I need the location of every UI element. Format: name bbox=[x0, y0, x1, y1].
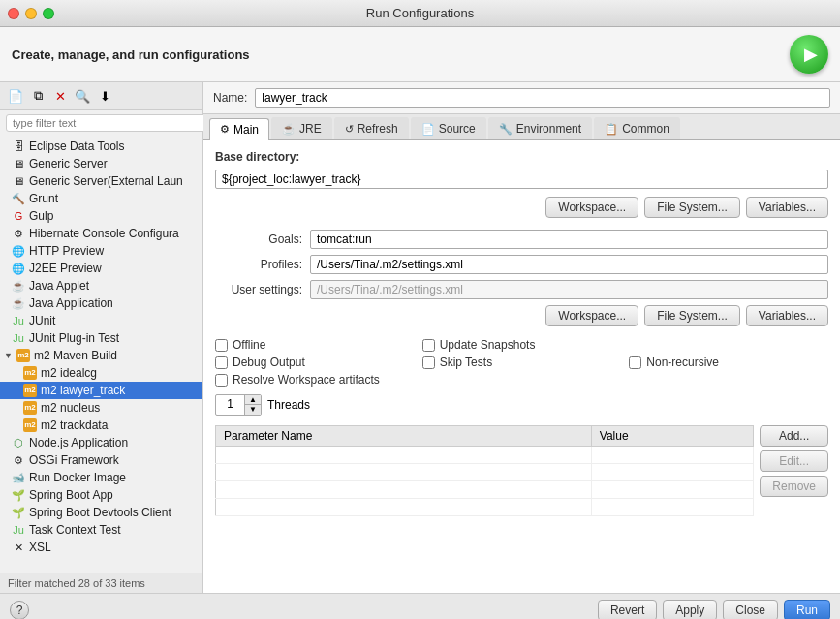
sidebar-item-m2-maven-build[interactable]: ▼ m2 m2 Maven Build bbox=[0, 347, 202, 364]
update-snapshots-checkbox-label[interactable]: Update Snapshots bbox=[422, 338, 622, 352]
sidebar-item-java-application[interactable]: ☕ Java Application bbox=[0, 294, 202, 312]
minimize-window-button[interactable] bbox=[25, 8, 37, 19]
sidebar-item-m2-lawyer-track[interactable]: m2 m2 lawyer_track bbox=[0, 382, 202, 399]
profiles-label: Profiles: bbox=[215, 258, 302, 271]
java-applet-icon: ☕ bbox=[12, 279, 25, 293]
m2-expand-arrow: ▼ bbox=[4, 351, 13, 360]
goals-row: Goals: bbox=[215, 230, 828, 249]
goals-input[interactable] bbox=[310, 230, 828, 249]
sidebar-item-junit[interactable]: Ju JUnit bbox=[0, 312, 202, 329]
sidebar-item-xsl[interactable]: ✕ XSL bbox=[0, 539, 202, 556]
filter-input[interactable] bbox=[6, 114, 208, 132]
debug-output-checkbox-label[interactable]: Debug Output bbox=[215, 356, 415, 369]
run-button[interactable]: Run bbox=[784, 600, 830, 619]
name-input[interactable] bbox=[255, 88, 830, 108]
table-buttons: Add... Edit... Remove bbox=[760, 425, 828, 516]
help-button[interactable]: ? bbox=[10, 601, 29, 619]
variables-button-1[interactable]: Variables... bbox=[746, 197, 828, 218]
task-context-icon: Ju bbox=[12, 523, 25, 537]
sidebar-item-grunt[interactable]: 🔨 Grunt bbox=[0, 190, 202, 207]
resolve-workspace-checkbox[interactable] bbox=[215, 374, 228, 387]
close-button[interactable]: Close bbox=[723, 600, 778, 619]
skip-tests-checkbox-label[interactable]: Skip Tests bbox=[422, 356, 622, 369]
variables-button-2[interactable]: Variables... bbox=[746, 305, 828, 326]
window-controls[interactable] bbox=[8, 8, 54, 19]
panel-content: Base directory: Workspace... File System… bbox=[203, 140, 840, 593]
sidebar-item-spring-boot[interactable]: 🌱 Spring Boot App bbox=[0, 486, 202, 504]
sidebar-item-run-docker[interactable]: 🐋 Run Docker Image bbox=[0, 469, 202, 486]
run-icon[interactable] bbox=[790, 35, 828, 74]
tab-main[interactable]: ⚙ Main bbox=[209, 118, 269, 140]
tab-jre[interactable]: ☕ JRE bbox=[271, 117, 332, 139]
threads-up-button[interactable]: ▲ bbox=[245, 395, 261, 405]
m2-lawyer-track-icon: m2 bbox=[23, 384, 37, 397]
offline-checkbox[interactable] bbox=[215, 339, 228, 352]
profiles-input[interactable] bbox=[310, 255, 828, 274]
base-directory-buttons: Workspace... File System... Variables... bbox=[215, 197, 828, 218]
environment-tab-icon: 🔧 bbox=[499, 123, 513, 136]
user-settings-input[interactable] bbox=[310, 280, 828, 299]
offline-checkbox-label[interactable]: Offline bbox=[215, 338, 415, 352]
close-window-button[interactable] bbox=[8, 8, 19, 19]
sidebar-item-eclipse-data-tools[interactable]: 🗄 Eclipse Data Tools bbox=[0, 138, 202, 155]
jre-tab-icon: ☕ bbox=[282, 123, 296, 136]
user-settings-buttons: Workspace... File System... Variables... bbox=[215, 305, 828, 326]
edit-param-button[interactable]: Edit... bbox=[760, 450, 828, 472]
delete-button[interactable]: ✕ bbox=[50, 86, 70, 106]
filter-button[interactable]: 🔍 bbox=[73, 86, 92, 106]
update-snapshots-checkbox[interactable] bbox=[422, 339, 435, 352]
tab-environment[interactable]: 🔧 Environment bbox=[488, 117, 592, 139]
skip-tests-checkbox[interactable] bbox=[422, 356, 435, 369]
workspace-button-2[interactable]: Workspace... bbox=[545, 305, 638, 326]
threads-label: Threads bbox=[267, 398, 310, 412]
sidebar-item-m2-idealcg[interactable]: m2 m2 idealcg bbox=[0, 364, 202, 382]
non-recursive-checkbox-label[interactable]: Non-recursive bbox=[629, 356, 828, 369]
resolve-workspace-checkbox-label[interactable]: Resolve Workspace artifacts bbox=[215, 373, 621, 387]
bottom-left: ? bbox=[10, 601, 29, 619]
sidebar-item-gulp[interactable]: G Gulp bbox=[0, 207, 202, 225]
sidebar-item-http-preview[interactable]: 🌐 HTTP Preview bbox=[0, 242, 202, 260]
sidebar-item-junit-plugin[interactable]: Ju JUnit Plug-in Test bbox=[0, 329, 202, 347]
table-row[interactable] bbox=[216, 447, 754, 464]
threads-spinner[interactable]: 1 ▲ ▼ bbox=[215, 394, 262, 416]
sidebar-item-nodejs[interactable]: ⬡ Node.js Application bbox=[0, 434, 202, 451]
spring-boot-icon: 🌱 bbox=[12, 488, 25, 502]
threads-spinners[interactable]: ▲ ▼ bbox=[245, 395, 261, 415]
base-directory-input[interactable] bbox=[215, 170, 828, 189]
sidebar-item-j2ee-preview[interactable]: 🌐 J2EE Preview bbox=[0, 260, 202, 277]
sidebar-item-osgi[interactable]: ⚙ OSGi Framework bbox=[0, 451, 202, 469]
add-param-button[interactable]: Add... bbox=[760, 425, 828, 447]
page-title: Create, manage, and run configurations bbox=[12, 47, 250, 62]
sidebar-item-spring-boot-devtools[interactable]: 🌱 Spring Boot Devtools Client bbox=[0, 504, 202, 521]
remove-param-button[interactable]: Remove bbox=[760, 476, 828, 497]
table-row[interactable] bbox=[216, 481, 754, 499]
sidebar-item-task-context[interactable]: Ju Task Context Test bbox=[0, 521, 202, 539]
workspace-button-1[interactable]: Workspace... bbox=[545, 197, 638, 218]
sidebar-item-hibernate[interactable]: ⚙ Hibernate Console Configura bbox=[0, 225, 202, 242]
revert-button[interactable]: Revert bbox=[598, 600, 657, 619]
tab-refresh[interactable]: ↺ Refresh bbox=[334, 117, 409, 139]
duplicate-button[interactable]: ⧉ bbox=[28, 86, 47, 106]
sidebar-item-generic-server[interactable]: 🖥 Generic Server bbox=[0, 155, 202, 172]
sidebar-item-m2-trackdata[interactable]: m2 m2 trackdata bbox=[0, 417, 202, 434]
non-recursive-checkbox[interactable] bbox=[629, 356, 641, 369]
gulp-icon: G bbox=[12, 209, 25, 223]
table-row[interactable] bbox=[216, 499, 754, 516]
junit-plugin-icon: Ju bbox=[12, 331, 25, 345]
tab-source[interactable]: 📄 Source bbox=[411, 117, 486, 139]
maximize-window-button[interactable] bbox=[43, 8, 54, 19]
new-config-button[interactable]: 📄 bbox=[6, 86, 25, 106]
collapse-all-button[interactable]: ⬇ bbox=[95, 86, 114, 106]
debug-output-checkbox[interactable] bbox=[215, 356, 228, 369]
sidebar-item-java-applet[interactable]: ☕ Java Applet bbox=[0, 277, 202, 294]
sidebar-item-generic-server-ext[interactable]: 🖥 Generic Server(External Laun bbox=[0, 172, 202, 190]
name-row: Name: bbox=[203, 82, 840, 114]
main-tab-icon: ⚙ bbox=[220, 123, 230, 136]
filesystem-button-2[interactable]: File System... bbox=[644, 305, 740, 326]
tab-common[interactable]: 📋 Common bbox=[594, 117, 680, 139]
table-row[interactable] bbox=[216, 464, 754, 481]
threads-down-button[interactable]: ▼ bbox=[245, 405, 261, 415]
sidebar-item-m2-nucleus[interactable]: m2 m2 nucleus bbox=[0, 399, 202, 417]
apply-button[interactable]: Apply bbox=[663, 600, 717, 619]
filesystem-button-1[interactable]: File System... bbox=[644, 197, 740, 218]
